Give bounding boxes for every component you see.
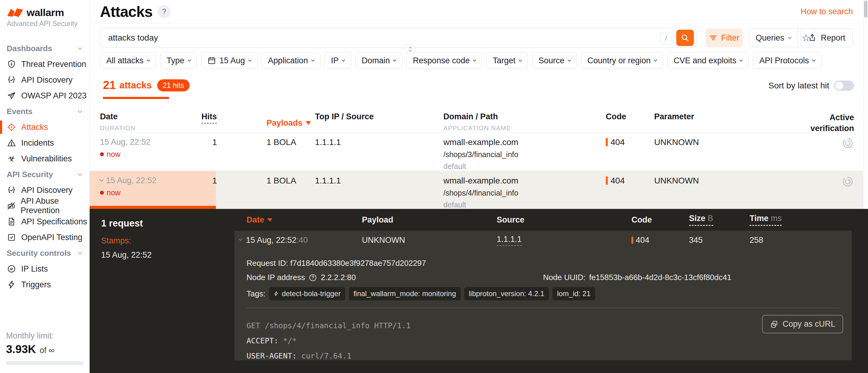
- svg-text:IP: IP: [10, 267, 13, 271]
- col-time[interactable]: Time ms: [750, 214, 851, 226]
- request-row[interactable]: 15 Aug, 22:52:40 UNKNOWN 1.1.1.1 404 345…: [235, 231, 851, 249]
- question-circle-icon[interactable]: [309, 273, 317, 282]
- tag-final-wallarm-mode[interactable]: final_wallarm_mode: monitoring: [349, 287, 461, 300]
- sidebar-nav: Dashboards Threat Prevention API Discove…: [0, 40, 89, 292]
- chip-all-attacks[interactable]: All attacks: [100, 52, 156, 69]
- chip-response-code[interactable]: Response code: [406, 52, 482, 69]
- chip-country[interactable]: Country or region: [581, 52, 663, 69]
- chip-application[interactable]: Application: [262, 52, 320, 69]
- chip-ip[interactable]: IP: [325, 52, 351, 69]
- slash-shortcut-key: /: [660, 32, 672, 44]
- cell-hits: 1: [202, 137, 267, 171]
- collapse-chevron-icon[interactable]: [239, 237, 242, 241]
- sidebar-item-api-discovery[interactable]: API Discovery: [0, 72, 89, 88]
- cell-payload: 1 BOLA: [267, 176, 315, 209]
- code-severity-bar: [606, 138, 608, 146]
- braces-check-icon: [7, 186, 17, 195]
- sidebar: wallarm Advanced API Security Dashboards…: [0, 0, 90, 373]
- cell-date: 15 Aug, 22:52 now: [100, 137, 202, 171]
- active-verification-icon: [842, 137, 854, 171]
- chip-date[interactable]: 15 Aug: [201, 52, 257, 69]
- cell-domain: wmall-example.com /shops/4/financial_inf…: [443, 176, 606, 209]
- live-dot: [100, 191, 104, 195]
- chevron-down-icon: [740, 58, 743, 61]
- brand[interactable]: wallarm Advanced API Security: [0, 0, 89, 28]
- calendar-icon: [208, 56, 216, 65]
- filter-button[interactable]: Filter: [706, 28, 743, 47]
- stamps-label: Stamps:: [101, 236, 152, 246]
- col-top-ip: Top IP / Source: [315, 112, 443, 134]
- col-size[interactable]: Size B: [689, 214, 750, 226]
- stamp-value: 15 Aug, 22:52: [101, 250, 152, 260]
- chevron-down-icon: [567, 58, 571, 61]
- cell-size: 345: [689, 236, 750, 245]
- sort-desc-icon: [306, 121, 311, 125]
- cell-payload: 1 BOLA: [267, 137, 315, 171]
- section-security-controls[interactable]: Security controls: [0, 245, 89, 261]
- sidebar-item-incidents[interactable]: Incidents: [0, 135, 89, 151]
- sidebar-item-attacks[interactable]: Attacks: [0, 119, 89, 135]
- sort-desc-icon: [268, 218, 272, 222]
- cell-time: 258: [750, 236, 851, 245]
- page-scrollbar[interactable]: [863, 0, 868, 209]
- help-icon[interactable]: ?: [157, 5, 171, 19]
- active-tab-indicator: [103, 97, 169, 99]
- chevron-down-icon: [342, 58, 345, 61]
- col-code: Code: [631, 215, 689, 225]
- tag-libproton-version[interactable]: libproton_version: 4.2.1: [464, 287, 549, 300]
- sidebar-item-openapi-testing[interactable]: OpenAPI Testing: [0, 229, 89, 245]
- cell-parameter: UNKNOWN: [654, 176, 806, 209]
- section-events[interactable]: Events: [0, 103, 89, 119]
- wallarm-logo-icon: [7, 7, 24, 18]
- live-dot: [100, 152, 104, 156]
- chip-type[interactable]: Type: [160, 52, 197, 69]
- sidebar-item-threat-prevention[interactable]: Threat Prevention: [0, 56, 89, 72]
- chip-domain[interactable]: Domain: [355, 52, 402, 69]
- search-resize-handle[interactable]: [405, 44, 415, 53]
- cell-domain: wmall-example.com /shops/3/financial_inf…: [443, 137, 606, 171]
- sidebar-item-triggers[interactable]: Triggers: [0, 277, 89, 292]
- chip-api-protocols[interactable]: API Protocols: [753, 52, 822, 69]
- search-input[interactable]: [100, 28, 696, 48]
- attack-row[interactable]: 15 Aug, 22:52 now 1 1 BOLA 1.1.1.1 wmall…: [90, 133, 868, 171]
- copy-icon: [770, 320, 778, 329]
- chevron-down-icon: [519, 58, 522, 61]
- section-api-security[interactable]: API Security: [0, 166, 89, 182]
- col-parameter: Parameter: [654, 112, 806, 134]
- tag-lom-id[interactable]: lom_id: 21: [552, 287, 595, 300]
- report-button[interactable]: Report: [801, 28, 853, 47]
- col-date[interactable]: Date: [235, 215, 362, 225]
- sidebar-item-api-specifications[interactable]: API Specifications: [0, 214, 89, 229]
- sidebar-item-api-discovery-2[interactable]: API Discovery: [0, 182, 89, 198]
- sidebar-item-ip-lists[interactable]: IP IP Lists: [0, 261, 89, 277]
- col-hits[interactable]: Hits: [202, 112, 267, 134]
- collapse-chevron-icon[interactable]: [99, 177, 103, 181]
- request-id-value: f7d1840d63380e3f9278ae757d202297: [290, 258, 426, 268]
- detail-summary: 1 request Stamps: 15 Aug, 22:52: [101, 218, 152, 260]
- scrollbar-thumb[interactable]: [864, 1, 867, 18]
- queries-dropdown[interactable]: Queries: [749, 29, 798, 47]
- section-dashboards[interactable]: Dashboards: [0, 40, 89, 56]
- attack-row-selected[interactable]: 15 Aug, 22:52 now 1 1 BOLA 1.1.1.1 wmall…: [90, 171, 868, 209]
- chip-target[interactable]: Target: [486, 52, 528, 69]
- sort-toggle[interactable]: [834, 81, 854, 91]
- attack-detail-panel: 1 request Stamps: 15 Aug, 22:52 Date Pay…: [90, 209, 868, 373]
- sidebar-item-api-abuse-prevention[interactable]: API Abuse Prevention: [0, 198, 89, 214]
- request-details: 15 Aug, 22:52:40 UNKNOWN 1.1.1.1 404 345…: [235, 231, 851, 360]
- copy-as-curl-button[interactable]: Copy as cURL: [762, 315, 843, 333]
- chevron-down-icon: [78, 46, 82, 50]
- sidebar-item-vulnerabilities[interactable]: ☣ Vulnerabilities: [0, 151, 89, 166]
- request-count: 1 request: [101, 218, 152, 229]
- chip-source[interactable]: Source: [532, 52, 577, 69]
- search-button[interactable]: [676, 30, 694, 46]
- chip-cve[interactable]: CVE and exploits: [667, 52, 749, 69]
- how-to-search-link[interactable]: How to search: [801, 7, 853, 17]
- table-header: DateDURATION Hits Payloads Top IP / Sour…: [90, 108, 868, 133]
- chevron-down-icon: [788, 35, 792, 39]
- sidebar-item-owasp-api-2023[interactable]: OWASP API 2023: [0, 88, 89, 103]
- node-uuid-line: Node UUID: fe15853b-a66b-4d2d-8c3c-13cf6…: [543, 273, 840, 282]
- tag-detect-bola-trigger[interactable]: detect-bola-trigger: [269, 287, 345, 300]
- cell-source[interactable]: 1.1.1.1: [497, 235, 631, 246]
- col-payloads[interactable]: Payloads: [267, 112, 315, 134]
- page-title: Attacks: [100, 3, 153, 21]
